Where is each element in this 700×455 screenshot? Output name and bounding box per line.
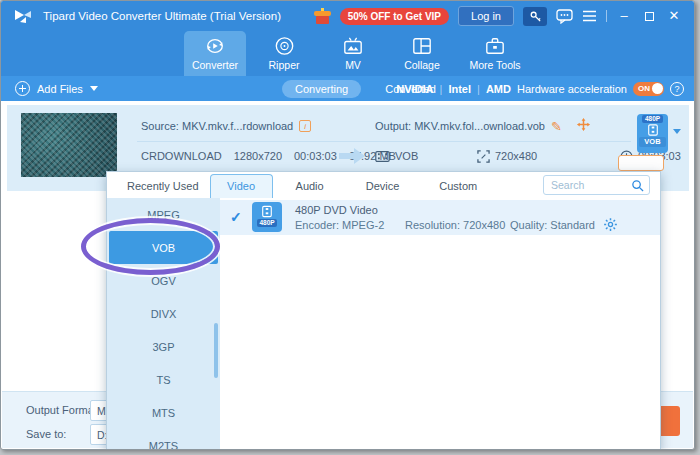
tab-device[interactable]: Device bbox=[364, 175, 402, 197]
tab-mv[interactable]: MV bbox=[322, 31, 384, 76]
plus-circle-icon bbox=[15, 81, 30, 96]
login-button[interactable]: Log in bbox=[458, 6, 514, 26]
app-title: Tipard Video Converter Ultimate (Trial V… bbox=[43, 10, 281, 22]
maximize-button[interactable] bbox=[641, 9, 657, 24]
hw-separator: | bbox=[477, 83, 480, 95]
tab-label: Ripper bbox=[269, 59, 300, 71]
tab-label: More Tools bbox=[469, 59, 520, 71]
tab-custom[interactable]: Custom bbox=[437, 175, 479, 197]
format-item-3gp[interactable]: 3GP bbox=[107, 330, 220, 363]
video-thumbnail bbox=[21, 113, 117, 177]
add-files-button[interactable]: Add Files bbox=[15, 76, 98, 101]
format-item-ts[interactable]: TS bbox=[107, 363, 220, 396]
check-icon: ✓ bbox=[230, 209, 242, 225]
search-input[interactable] bbox=[551, 179, 631, 191]
vip-offer-badge[interactable]: 50% OFF to Get VIP bbox=[340, 8, 449, 25]
maximize-icon bbox=[645, 12, 654, 21]
tab-converter[interactable]: Converter bbox=[184, 31, 246, 76]
key-icon bbox=[529, 10, 542, 23]
hw-accel-label: Hardware acceleration bbox=[517, 83, 627, 95]
tab-more-tools[interactable]: More Tools bbox=[460, 31, 530, 76]
toggle-on-label: ON bbox=[638, 84, 650, 93]
edit-output-icon[interactable]: ✎ bbox=[551, 119, 562, 134]
output-label: Output: MKV.mkv.fol...ownload.vob bbox=[375, 120, 545, 132]
row-divider bbox=[137, 141, 631, 142]
nvidia-label: NVIDIA bbox=[396, 83, 433, 95]
mv-icon bbox=[342, 36, 364, 56]
collage-icon bbox=[411, 36, 433, 56]
output-format-button[interactable]: 480P VOB bbox=[637, 114, 668, 153]
register-key-button[interactable] bbox=[523, 7, 547, 26]
output-resolution-value: 720x480 bbox=[495, 150, 537, 162]
profile-icon: 480P bbox=[252, 202, 282, 232]
profile-resolution: Resolution: 720x480 bbox=[405, 219, 505, 231]
profile-row-480p[interactable]: ✓ 480P 480P DVD Video Encoder: MPEG-2 Re… bbox=[220, 200, 660, 235]
format-anchor-outline bbox=[618, 155, 664, 171]
source-duration: 00:03:03 bbox=[294, 150, 337, 162]
converting-tab[interactable]: Converting bbox=[282, 80, 361, 98]
profile-encoder: Encoder: MPEG-2 bbox=[295, 219, 384, 231]
resolution-icon bbox=[477, 150, 490, 163]
format-badge: 480P bbox=[642, 115, 663, 123]
titlebar: Tipard Video Converter Ultimate (Trial V… bbox=[1, 1, 694, 31]
save-to-label: Save to: bbox=[26, 428, 66, 440]
screenshot-stage: Tipard Video Converter Ultimate (Trial V… bbox=[0, 0, 700, 455]
format-item-vob[interactable]: VOB bbox=[109, 231, 218, 264]
amd-label: AMD bbox=[486, 83, 511, 95]
tipard-logo-icon bbox=[13, 6, 33, 26]
output-format-value: VOB bbox=[395, 150, 418, 162]
add-files-label: Add Files bbox=[37, 83, 83, 95]
minimize-button[interactable]: – bbox=[616, 8, 632, 24]
feedback-icon[interactable] bbox=[556, 9, 573, 24]
profile-title: 480P DVD Video bbox=[295, 204, 378, 216]
close-button[interactable]: ✕ bbox=[666, 8, 682, 24]
app-window: Tipard Video Converter Ultimate (Trial V… bbox=[0, 0, 695, 450]
tab-audio[interactable]: Audio bbox=[294, 175, 326, 197]
profile-quality: Quality: Standard bbox=[510, 219, 595, 231]
info-icon[interactable]: i bbox=[299, 120, 311, 132]
format-item-divx[interactable]: DIVX bbox=[107, 297, 220, 330]
tab-recently-used[interactable]: Recently Used bbox=[125, 175, 201, 197]
tab-video[interactable]: Video bbox=[210, 174, 273, 198]
more-tools-icon bbox=[484, 36, 506, 56]
toggle-knob bbox=[652, 83, 663, 94]
hw-separator: | bbox=[440, 83, 443, 95]
film-reel-icon bbox=[261, 205, 273, 218]
intel-label: Intel bbox=[448, 83, 471, 95]
format-item-mpeg[interactable]: MPEG bbox=[107, 198, 220, 231]
tab-collage[interactable]: Collage bbox=[391, 31, 453, 76]
format-list: MPEG VOB OGV DIVX 3GP TS MTS M2TS bbox=[107, 198, 220, 450]
chevron-down-icon bbox=[90, 86, 98, 91]
tab-label: MV bbox=[345, 59, 361, 71]
format-caret-icon[interactable] bbox=[673, 129, 681, 134]
move-icon[interactable] bbox=[576, 117, 591, 132]
gift-icon[interactable] bbox=[314, 8, 331, 24]
convert-arrow-icon bbox=[339, 147, 365, 165]
ripper-icon bbox=[274, 36, 295, 56]
search-box[interactable] bbox=[543, 175, 650, 195]
menu-icon[interactable] bbox=[582, 10, 597, 22]
format-label: VOB bbox=[639, 137, 666, 147]
hw-accel-toggle[interactable]: ON bbox=[633, 82, 664, 96]
search-icon[interactable] bbox=[631, 179, 644, 192]
sub-toolbar: Add Files Converting Converted NVIDIA | … bbox=[1, 76, 694, 101]
output-format-label: Output Format: bbox=[26, 404, 100, 416]
main-nav: Converter Ripper MV bbox=[1, 31, 694, 76]
list-scrollbar-thumb[interactable] bbox=[214, 323, 218, 378]
film-reel-icon bbox=[647, 124, 659, 136]
tab-ripper[interactable]: Ripper bbox=[253, 31, 315, 76]
source-container: CRDOWNLOAD bbox=[141, 150, 222, 162]
converter-icon bbox=[204, 36, 226, 56]
film-icon bbox=[375, 151, 390, 162]
source-resolution: 1280x720 bbox=[234, 150, 282, 162]
gear-icon[interactable] bbox=[603, 217, 618, 232]
source-label: Source: MKV.mkv.f...rdownload bbox=[141, 120, 293, 132]
format-item-ogv[interactable]: OGV bbox=[107, 264, 220, 297]
titlebar-separator bbox=[606, 10, 607, 22]
help-icon[interactable]: ? bbox=[670, 82, 684, 96]
format-item-m2ts[interactable]: M2TS bbox=[107, 429, 220, 450]
format-item-mts[interactable]: MTS bbox=[107, 396, 220, 429]
tab-label: Collage bbox=[404, 59, 440, 71]
format-dropdown-panel: Recently Used Video Audio Device Custom … bbox=[106, 171, 661, 450]
tab-label: Converter bbox=[192, 59, 238, 71]
